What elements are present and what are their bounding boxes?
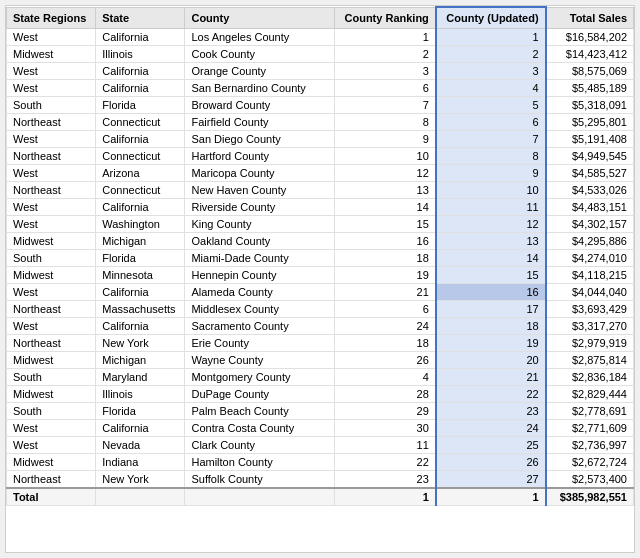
cell-state-region: West	[7, 199, 96, 216]
total-label: Total	[7, 488, 96, 506]
table-row: West Washington King County 15 12 $4,302…	[7, 216, 634, 233]
cell-state-region: South	[7, 97, 96, 114]
col-header-county[interactable]: County	[185, 7, 335, 29]
cell-state: Connecticut	[96, 114, 185, 131]
cell-state-region: Northeast	[7, 335, 96, 352]
cell-total-sales: $5,485,189	[546, 80, 634, 97]
cell-county-ranking: 30	[335, 420, 436, 437]
cell-county-ranking: 12	[335, 165, 436, 182]
cell-state: Nevada	[96, 437, 185, 454]
cell-state-region: West	[7, 165, 96, 182]
table-row: Midwest Michigan Oakland County 16 13 $4…	[7, 233, 634, 250]
cell-state-region: West	[7, 420, 96, 437]
table-row: South Maryland Montgomery County 4 21 $2…	[7, 369, 634, 386]
cell-total-sales: $5,318,091	[546, 97, 634, 114]
cell-county: Alameda County	[185, 284, 335, 301]
cell-county: Contra Costa County	[185, 420, 335, 437]
cell-state: Maryland	[96, 369, 185, 386]
cell-total-sales: $8,575,069	[546, 63, 634, 80]
data-table: State Regions State County County Rankin…	[5, 5, 635, 553]
cell-total-sales: $4,302,157	[546, 216, 634, 233]
cell-state: California	[96, 284, 185, 301]
cell-county: Palm Beach County	[185, 403, 335, 420]
table-row: Northeast Connecticut Fairfield County 8…	[7, 114, 634, 131]
cell-county-ranking: 18	[335, 335, 436, 352]
cell-total-sales: $2,836,184	[546, 369, 634, 386]
cell-county-updated: 15	[436, 267, 546, 284]
cell-state: California	[96, 199, 185, 216]
total-county	[185, 488, 335, 506]
cell-state-region: West	[7, 131, 96, 148]
cell-state: Connecticut	[96, 148, 185, 165]
table-row: West California San Diego County 9 7 $5,…	[7, 131, 634, 148]
cell-county: Oakland County	[185, 233, 335, 250]
col-header-county-updated[interactable]: County (Updated)	[436, 7, 546, 29]
cell-county-updated: 3	[436, 63, 546, 80]
cell-county-ranking: 8	[335, 114, 436, 131]
col-header-state[interactable]: State	[96, 7, 185, 29]
cell-county-updated: 8	[436, 148, 546, 165]
table-row: South Florida Miami-Dade County 18 14 $4…	[7, 250, 634, 267]
table-row: West California San Bernardino County 6 …	[7, 80, 634, 97]
cell-county-ranking: 3	[335, 63, 436, 80]
cell-county-ranking: 26	[335, 352, 436, 369]
table-header-row: State Regions State County County Rankin…	[7, 7, 634, 29]
col-header-total-sales[interactable]: Total Sales	[546, 7, 634, 29]
cell-total-sales: $2,573,400	[546, 471, 634, 489]
table-row: West California Sacramento County 24 18 …	[7, 318, 634, 335]
cell-total-sales: $4,295,886	[546, 233, 634, 250]
cell-county: Montgomery County	[185, 369, 335, 386]
cell-county-ranking: 6	[335, 301, 436, 318]
cell-county-ranking: 9	[335, 131, 436, 148]
cell-county: Erie County	[185, 335, 335, 352]
col-header-county-ranking[interactable]: County Ranking	[335, 7, 436, 29]
cell-state: Connecticut	[96, 182, 185, 199]
cell-state: Florida	[96, 403, 185, 420]
cell-county-updated: 17	[436, 301, 546, 318]
cell-county-updated: 5	[436, 97, 546, 114]
cell-state-region: West	[7, 284, 96, 301]
cell-total-sales: $4,044,040	[546, 284, 634, 301]
table-row: West California Alameda County 21 16 $4,…	[7, 284, 634, 301]
total-state	[96, 488, 185, 506]
cell-county-ranking: 15	[335, 216, 436, 233]
cell-state: New York	[96, 471, 185, 489]
cell-county-updated: 1	[436, 29, 546, 46]
table-row: Midwest Illinois DuPage County 28 22 $2,…	[7, 386, 634, 403]
cell-total-sales: $5,295,801	[546, 114, 634, 131]
cell-county-ranking: 10	[335, 148, 436, 165]
cell-county: Hartford County	[185, 148, 335, 165]
cell-county: DuPage County	[185, 386, 335, 403]
cell-state-region: West	[7, 80, 96, 97]
cell-state-region: Northeast	[7, 301, 96, 318]
cell-state-region: South	[7, 403, 96, 420]
cell-county-ranking: 16	[335, 233, 436, 250]
cell-county-updated: 23	[436, 403, 546, 420]
cell-state-region: Midwest	[7, 352, 96, 369]
cell-total-sales: $5,191,408	[546, 131, 634, 148]
cell-total-sales: $2,771,609	[546, 420, 634, 437]
table-row: Northeast Connecticut New Haven County 1…	[7, 182, 634, 199]
table-row: South Florida Broward County 7 5 $5,318,…	[7, 97, 634, 114]
cell-county: Orange County	[185, 63, 335, 80]
cell-state-region: West	[7, 216, 96, 233]
cell-state: Florida	[96, 250, 185, 267]
cell-county-updated: 2	[436, 46, 546, 63]
cell-state: California	[96, 318, 185, 335]
cell-total-sales: $2,778,691	[546, 403, 634, 420]
col-header-state-regions[interactable]: State Regions	[7, 7, 96, 29]
cell-state: Minnesota	[96, 267, 185, 284]
cell-county-ranking: 7	[335, 97, 436, 114]
cell-total-sales: $4,274,010	[546, 250, 634, 267]
cell-state: Indiana	[96, 454, 185, 471]
cell-total-sales: $14,423,412	[546, 46, 634, 63]
cell-county: New Haven County	[185, 182, 335, 199]
cell-state: Illinois	[96, 46, 185, 63]
cell-state: California	[96, 80, 185, 97]
cell-county-updated: 12	[436, 216, 546, 233]
cell-state-region: Northeast	[7, 114, 96, 131]
table-row: Northeast Massachusetts Middlesex County…	[7, 301, 634, 318]
cell-county-ranking: 13	[335, 182, 436, 199]
cell-county-updated: 6	[436, 114, 546, 131]
cell-state: Illinois	[96, 386, 185, 403]
